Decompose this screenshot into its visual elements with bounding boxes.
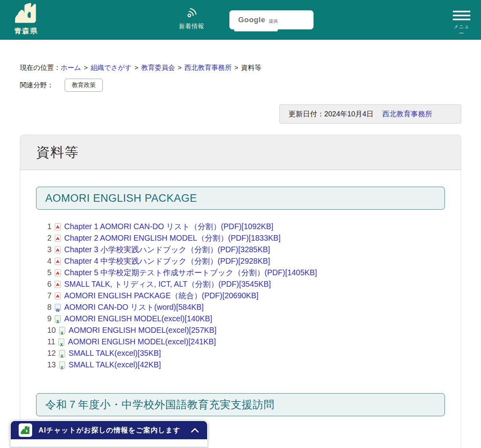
hamburger-icon (452, 11, 471, 20)
aomori-symbol-icon (13, 19, 39, 25)
ai-chat-message: AIチャットがお探しの情報をご案内します (38, 425, 181, 435)
ai-chat-logo-icon (19, 423, 32, 437)
excel-file-icon (55, 315, 61, 322)
file-number: 13 (47, 360, 56, 369)
file-list-item: 6SMALL TALK, トリディス, ICT, ALT（分割）(PDF)[35… (47, 278, 445, 290)
file-number: 2 (47, 234, 52, 242)
file-list-item: 10AOMORI ENGLISH MODEL(excel)[257KB] (47, 324, 445, 336)
news-button[interactable]: 新着情報 (175, 7, 209, 30)
site-header: 青森県 新着情報 Google 提供 メニュー (0, 0, 481, 40)
file-link[interactable]: AOMORI ENGLISH MODEL(excel)[241KB] (68, 337, 216, 346)
file-number: 1 (47, 222, 52, 231)
broadcast-icon (186, 14, 198, 20)
breadcrumb-link-seihoku-office[interactable]: 西北教育事務所 (185, 64, 232, 71)
file-list-item: 12SMALL TALK(excel)[35KB] (47, 348, 445, 359)
pdf-file-icon (55, 223, 61, 230)
file-link[interactable]: SMALL TALK, トリディス, ICT, ALT（分割）(PDF)[354… (64, 280, 271, 288)
file-number: 12 (47, 349, 56, 357)
breadcrumb: 現在の位置：ホーム>組織でさがす>教育委員会>西北教育事務所>資料等 (20, 63, 262, 72)
pdf-file-icon (55, 235, 61, 242)
page-title-banner: 資料等 (20, 135, 461, 170)
file-list-item: 4Chapter 4 中学校実践ハンドブック（分割）(PDF)[2928KB] (47, 255, 445, 267)
file-number: 8 (47, 303, 52, 311)
update-date-box: 更新日付：2024年10月4日 西北教育事務所 (279, 104, 461, 124)
file-link[interactable]: AOMORI ENGLISH PACKAGE（統合）(PDF)[20690KB] (64, 291, 258, 300)
breadcrumb-prefix: 現在の位置： (20, 64, 60, 71)
page-title: 資料等 (36, 143, 79, 162)
excel-file-icon (59, 327, 65, 334)
file-list-item: 2Chapter 2 AOMORI ENGLISH MODEL（分割）(PDF)… (47, 232, 445, 244)
file-link[interactable]: Chapter 1 AOMORI CAN-DO リスト（分割）(PDF)[109… (64, 222, 273, 231)
file-link[interactable]: AOMORI ENGLISH MODEL(excel)[257KB] (69, 326, 217, 334)
file-link[interactable]: Chapter 2 AOMORI ENGLISH MODEL（分割）(PDF)[… (64, 234, 281, 242)
prefecture-logo[interactable]: 青森県 (11, 2, 41, 36)
update-date-label: 更新日付：2024年10月4日 (289, 109, 373, 119)
file-link[interactable]: SMALL TALK(excel)[42KB] (69, 360, 161, 369)
ai-chat-banner[interactable]: AIチャットがお探しの情報をご案内します (10, 420, 208, 439)
menu-label: メニュー (452, 23, 471, 37)
file-list-item: 9AOMORI ENGLISH MODEL(excel)[140KB] (47, 313, 445, 324)
related-field-row: 関連分野： 教育政策 (20, 79, 103, 92)
office-link[interactable]: 西北教育事務所 (382, 109, 432, 119)
file-list-item: 5Chapter 5 中学校定期テスト作成サポートブック（分割）(PDF)[14… (47, 267, 445, 278)
education-policy-tag-button[interactable]: 教育政策 (65, 79, 103, 92)
pdf-file-icon (55, 246, 61, 253)
pdf-file-icon (55, 281, 61, 288)
file-list-item: 8AOMORI CAN-DO リスト(word)[584KB] (47, 301, 445, 313)
file-number: 10 (47, 326, 56, 334)
file-list-item: 3Chapter 3 小学校実践ハンドブック（分割）(PDF)[3285KB] (47, 244, 445, 255)
news-label: 新着情報 (175, 23, 209, 30)
file-list-item: 7AOMORI ENGLISH PACKAGE（統合）(PDF)[20690KB… (47, 290, 445, 301)
section-heading-aomori-english-package: AOMORI ENGLISH PACKAGE (36, 187, 445, 210)
breadcrumb-current-page: 資料等 (241, 64, 262, 71)
file-list-item: 13SMALL TALK(excel)[42KB] (47, 359, 445, 371)
section-heading-school-visit-support: 令和７年度小・中学校外国語教育充実支援訪問 (36, 393, 445, 416)
file-number: 4 (47, 257, 52, 265)
file-link[interactable]: Chapter 3 小学校実践ハンドブック（分割）(PDF)[3285KB] (64, 245, 270, 254)
file-list-item: 11AOMORI ENGLISH MODEL(excel)[241KB] (47, 336, 445, 348)
file-link[interactable]: Chapter 5 中学校定期テスト作成サポートブック（分割）(PDF)[140… (64, 268, 317, 277)
file-number: 11 (47, 337, 55, 346)
breadcrumb-link-organizations[interactable]: 組織でさがす (90, 64, 132, 71)
pdf-file-icon (55, 292, 61, 299)
excel-file-icon (58, 338, 64, 346)
word-file-icon (55, 304, 61, 311)
file-number: 5 (47, 268, 52, 277)
file-number: 9 (47, 314, 52, 323)
main-content: AOMORI ENGLISH PACKAGE 1Chapter 1 AOMORI… (20, 170, 461, 448)
file-link[interactable]: SMALL TALK(excel)[35KB] (69, 349, 161, 357)
excel-file-icon (59, 361, 65, 369)
file-number: 7 (47, 291, 52, 300)
files-list: 1Chapter 1 AOMORI CAN-DO リスト（分割）(PDF)[10… (36, 221, 445, 371)
excel-file-icon (59, 350, 65, 357)
prefecture-name: 青森県 (11, 26, 41, 36)
file-link[interactable]: AOMORI CAN-DO リスト(word)[584KB] (64, 303, 204, 311)
site-search-input[interactable]: Google 提供 (229, 10, 314, 29)
menu-button[interactable]: メニュー (452, 11, 471, 37)
pdf-file-icon (55, 258, 61, 265)
pdf-file-icon (55, 269, 61, 276)
file-link[interactable]: AOMORI ENGLISH MODEL(excel)[140KB] (64, 314, 212, 323)
search-input-underline (234, 29, 278, 31)
ai-chat-widget: AIチャットがお探しの情報をご案内します (10, 420, 208, 447)
file-number: 3 (47, 245, 52, 254)
breadcrumb-link-board-of-education[interactable]: 教育委員会 (141, 64, 175, 71)
chevron-up-icon[interactable] (190, 427, 199, 433)
google-logo: Google (238, 15, 265, 24)
file-list-item: 1Chapter 1 AOMORI CAN-DO リスト（分割）(PDF)[10… (47, 221, 445, 232)
related-field-label: 関連分野： (20, 81, 54, 90)
file-number: 6 (47, 280, 52, 288)
file-link[interactable]: Chapter 4 中学校実践ハンドブック（分割）(PDF)[2928KB] (64, 257, 270, 265)
search-provided-by-label: 提供 (269, 18, 277, 24)
ai-chat-panel[interactable] (10, 439, 208, 447)
breadcrumb-link-home[interactable]: ホーム (60, 64, 81, 71)
